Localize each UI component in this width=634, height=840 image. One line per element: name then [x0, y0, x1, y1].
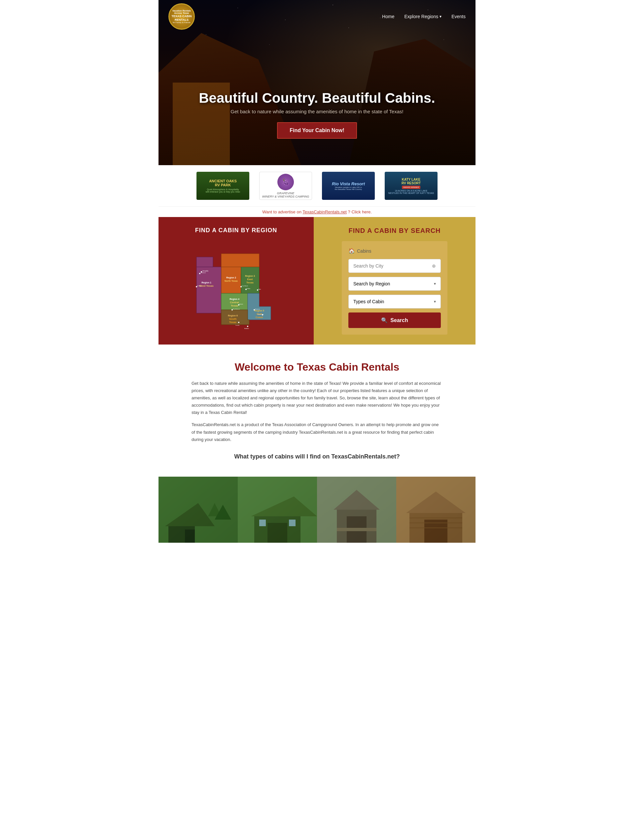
- katy-desc: 18 ACRES ON A 6 ACRE LAKENESTLED IN THE …: [388, 189, 434, 194]
- search-button-label: Search: [390, 317, 408, 324]
- svg-text:North Texas: North Texas: [224, 280, 238, 282]
- cabin-types-question: What types of cabins will I find on Texa…: [191, 453, 443, 460]
- svg-point-18: [199, 273, 200, 274]
- svg-rect-51: [289, 519, 295, 526]
- svg-text:Texas: Texas: [246, 281, 254, 284]
- cabin-icon: 🏠: [349, 248, 355, 254]
- rio-title: Rio Vista Resort: [332, 182, 365, 186]
- sponsor-katy-lake[interactable]: KATY LAKERV RESORT AWARD WINNER 18 ACRES…: [385, 172, 437, 200]
- hero-title: Beautiful Country. Beautiful Cabins.: [199, 90, 435, 106]
- welcome-title: Welcome to Texas Cabin Rentals: [191, 361, 443, 373]
- nav-explore[interactable]: Explore Regions: [404, 14, 442, 19]
- svg-text:Beaumont: Beaumont: [257, 313, 264, 315]
- search-cabin-type-dropdown[interactable]: Types of Cabin ▾: [349, 295, 441, 308]
- svg-text:East: East: [247, 278, 253, 281]
- cabin-svg-4: [396, 477, 475, 543]
- find-region-title: FIND A CABIN BY REGION: [195, 227, 277, 234]
- svg-rect-56: [337, 528, 377, 531]
- grapevine-text: GRAPEVINEWINERY & VINEYARDS CAMPING: [262, 192, 309, 198]
- logo-bottom-text: for Family & Friends: [173, 22, 191, 24]
- hero-cta-button[interactable]: Find Your Cabin Now!: [277, 122, 357, 139]
- site-logo[interactable]: Vacation Rentals Across Texas TEXAS CABI…: [169, 3, 195, 30]
- svg-text:Region 4: Region 4: [230, 298, 240, 301]
- svg-text:Texas: Texas: [229, 321, 237, 324]
- cabin-photo-2[interactable]: [238, 477, 317, 543]
- navbar: Vacation Rentals Across Texas TEXAS CABI…: [159, 0, 475, 33]
- svg-rect-43: [185, 529, 195, 543]
- advertise-suffix: ? Click here.: [348, 209, 372, 215]
- cabins-label-text: Cabins: [357, 248, 372, 254]
- search-city-field[interactable]: ⊕: [349, 259, 441, 273]
- svg-text:Central: Central: [230, 301, 239, 304]
- cabin-photo-3-inner: [317, 477, 396, 543]
- welcome-paragraph-2: TexasCabinRentals.net is a product of th…: [191, 421, 443, 443]
- sponsor-ancient-oaks[interactable]: ANCIENT OAKS RV PARK Quiet Atmosphere & …: [197, 172, 249, 200]
- search-region-dropdown[interactable]: Search by Region ▾: [349, 277, 441, 291]
- katy-title: KATY LAKERV RESORT: [402, 178, 421, 185]
- svg-text:McAllen: McAllen: [244, 328, 249, 329]
- nav-links: Home Explore Regions Events: [382, 14, 465, 19]
- sponsor-grapevine[interactable]: 🍇 GRAPEVINEWINERY & VINEYARDS CAMPING: [259, 172, 312, 200]
- cabin-photo-4[interactable]: [396, 477, 475, 543]
- svg-text:Lubbock: Lubbock: [201, 272, 206, 273]
- cabin-photo-4-inner: [396, 477, 475, 543]
- search-form-box: 🏠 Cabins ⊕ Search by Region ▾ Types of C…: [342, 241, 448, 335]
- cabins-label-row: 🏠 Cabins: [349, 248, 441, 254]
- svg-text:Austin: Austin: [240, 303, 243, 305]
- cabin-svg-1: [159, 477, 238, 543]
- svg-point-38: [247, 326, 248, 327]
- sponsor-strip: ANCIENT OAKS RV PARK Quiet Atmosphere & …: [159, 165, 475, 207]
- find-cabin-section: FIND A CABIN BY REGION: [159, 217, 475, 344]
- svg-point-36: [238, 322, 240, 323]
- advertise-link[interactable]: TexasCabinRentals.net: [303, 209, 347, 215]
- sponsor-ancient-desc: Quiet Atmosphere & Hospitalitywill embra…: [206, 188, 240, 193]
- svg-text:Houston: Houston: [255, 308, 260, 310]
- svg-text:Region 6: Region 6: [228, 314, 238, 317]
- cabin-photo-1-inner: [159, 477, 238, 543]
- nav-events[interactable]: Events: [451, 14, 465, 19]
- hero-content: Beautiful Country. Beautiful Cabins. Get…: [199, 90, 435, 139]
- svg-text:Texas: Texas: [231, 304, 238, 307]
- hero-subtitle: Get back to nature while assuming the am…: [199, 109, 435, 114]
- svg-rect-49: [268, 523, 287, 543]
- svg-text:El Paso: El Paso: [197, 285, 202, 287]
- texas-map[interactable]: Region 1 West Texas Region 2 North Texas…: [190, 240, 282, 333]
- panhandle-path[interactable]: [197, 257, 213, 267]
- cabin-svg-3: [317, 477, 396, 543]
- cabin-type-label: Types of Cabin: [353, 299, 384, 304]
- cabin-photos-row: [159, 477, 475, 543]
- svg-text:Tyler: Tyler: [258, 288, 261, 290]
- svg-text:South: South: [229, 317, 237, 321]
- find-by-search: FIND A CABIN BY SEARCH 🏠 Cabins ⊕ Search…: [314, 217, 475, 344]
- cabin-photo-1[interactable]: [159, 477, 238, 543]
- search-city-input[interactable]: [353, 263, 432, 268]
- cabin-svg-2: [238, 477, 317, 543]
- svg-text:San Antonio: San Antonio: [233, 308, 240, 310]
- region-dropdown-arrow: ▾: [434, 281, 436, 286]
- logo-main-text: TEXAS CABIN RENTALS: [169, 14, 194, 22]
- svg-text:Dallas: Dallas: [247, 288, 250, 289]
- texas-map-svg: Region 1 West Texas Region 2 North Texas…: [190, 240, 282, 333]
- svg-text:Region 3: Region 3: [245, 275, 255, 278]
- cabin-photo-3[interactable]: [317, 477, 396, 543]
- grapevine-logo: 🍇: [278, 174, 294, 190]
- welcome-paragraph-1: Get back to nature while assuming the am…: [191, 380, 443, 416]
- nav-home[interactable]: Home: [382, 14, 394, 19]
- sponsor-ancient-title: ANCIENT OAKS: [209, 179, 237, 183]
- cabin-type-dropdown-arrow: ▾: [434, 299, 436, 304]
- top-panhandle[interactable]: [221, 254, 259, 267]
- svg-rect-50: [259, 519, 266, 526]
- location-icon: ⊕: [432, 263, 436, 268]
- find-by-region: FIND A CABIN BY REGION: [159, 217, 314, 344]
- advertise-bar: Want to advertise on TexasCabinRentals.n…: [159, 207, 475, 217]
- sponsor-rio-vista[interactable]: Rio Vista Resort Vacation rentals in Lak…: [322, 172, 375, 200]
- cabin-photo-2-inner: [238, 477, 317, 543]
- svg-text:Region 5: Region 5: [254, 309, 264, 312]
- svg-text:Region 2: Region 2: [226, 276, 236, 279]
- welcome-section: Welcome to Texas Cabin Rentals Get back …: [159, 344, 475, 477]
- katy-badge: AWARD WINNER: [402, 186, 420, 189]
- find-search-title: FIND A CABIN BY SEARCH: [349, 227, 440, 235]
- search-icon: 🔍: [381, 317, 388, 324]
- svg-text:Laredo: Laredo: [235, 324, 240, 326]
- search-button[interactable]: 🔍 Search: [349, 313, 441, 328]
